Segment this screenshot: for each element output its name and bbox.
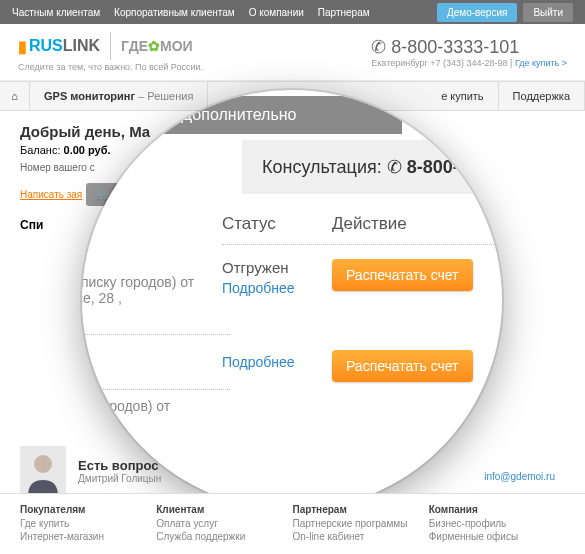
tagline: Следите за тем, что важно. По всей Росси… bbox=[18, 62, 203, 72]
write-request-link[interactable]: Написать зая bbox=[20, 189, 82, 200]
header: ▮ RUSLINK ГДЕ✿МОИ Следите за тем, что ва… bbox=[0, 24, 585, 81]
exit-button[interactable]: Выйти bbox=[523, 3, 573, 22]
where-buy-link[interactable]: Где купить > bbox=[515, 58, 567, 68]
table-row: Отгружен Подробнее Распечатать счет bbox=[222, 259, 502, 296]
footer-link[interactable]: Партнерские программы bbox=[293, 518, 429, 529]
header-phone: ✆ 8-800-3333-101 Екатеринбург +7 (343) 3… bbox=[371, 36, 567, 68]
avatar bbox=[20, 446, 66, 496]
nav-corp[interactable]: Корпоративным клиентам bbox=[114, 7, 235, 18]
footer-link[interactable]: Служба поддержки bbox=[156, 531, 292, 542]
contact-question: Есть вопрос bbox=[78, 458, 161, 473]
print-invoice-button[interactable]: Распечатать счет bbox=[332, 350, 473, 382]
nav-home[interactable]: ⌂ bbox=[0, 82, 30, 110]
nav-private[interactable]: Частным клиентам bbox=[12, 7, 100, 18]
contact-block: Есть вопрос Дмитрий Голицын bbox=[20, 446, 161, 496]
footer-link[interactable]: Оплата услуг bbox=[156, 518, 292, 529]
footer-link[interactable]: Интернет-магазин bbox=[20, 531, 156, 542]
nav-about[interactable]: О компании bbox=[249, 7, 304, 18]
footer-link[interactable]: Где купить bbox=[20, 518, 156, 529]
svg-point-1 bbox=[34, 455, 52, 473]
nav-gps[interactable]: GPS мониторинг – Решения bbox=[30, 82, 208, 110]
contact-email[interactable]: info@gdemoi.ru bbox=[484, 471, 555, 482]
order-fragment: # ст.) (по списку городов) от шоссе, 28 … bbox=[82, 250, 242, 438]
phone-icon: ✆ bbox=[371, 37, 391, 57]
demo-button[interactable]: Демо-версия bbox=[437, 3, 517, 22]
logo[interactable]: ▮ RUSLINK ГДЕ✿МОИ bbox=[18, 32, 203, 60]
nav-support[interactable]: Поддержка bbox=[499, 82, 585, 110]
nav-partners[interactable]: Партнерам bbox=[318, 7, 370, 18]
phone-icon: ✆ bbox=[387, 157, 402, 177]
print-invoice-button[interactable]: Распечатать счет bbox=[332, 259, 473, 291]
table-row: Подробнее Распечатать счет bbox=[222, 350, 502, 382]
footer: ПокупателямГде купитьИнтернет-магазин Кл… bbox=[0, 493, 585, 554]
col-status: Статус bbox=[222, 214, 332, 234]
col-action: Действие bbox=[332, 214, 407, 234]
nav-wherebuy[interactable]: е купить bbox=[427, 82, 498, 110]
footer-link[interactable]: Бизнес-профиль bbox=[429, 518, 565, 529]
footer-link[interactable]: Фирменные офисы bbox=[429, 531, 565, 542]
contact-name: Дмитрий Голицын bbox=[78, 473, 161, 484]
footer-link[interactable]: On-line кабинет bbox=[293, 531, 429, 542]
topbar: Частным клиентам Корпоративным клиентам … bbox=[0, 0, 585, 24]
